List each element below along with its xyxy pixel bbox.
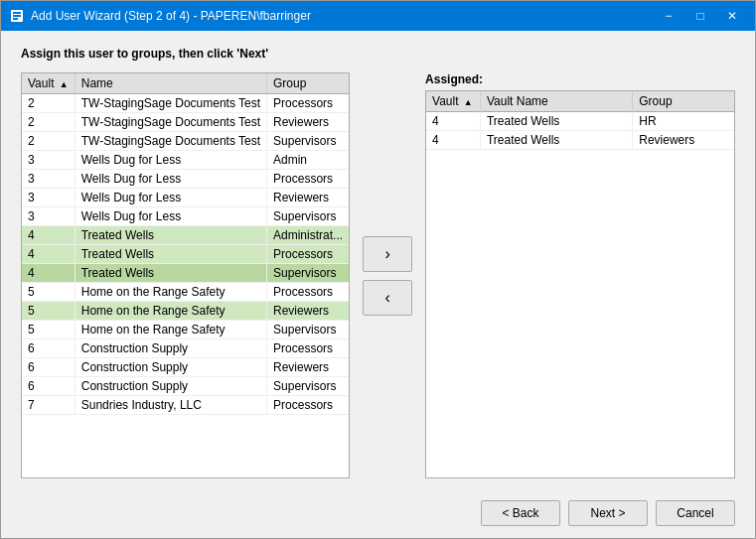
table-header-row: Vault ▲ Name Group	[22, 73, 349, 94]
available-groups-tbody: 2TW-StagingSage Documents TestProcessors…	[22, 94, 349, 415]
svg-rect-3	[13, 18, 18, 20]
minimize-button[interactable]: −	[654, 1, 683, 31]
assigned-col-header-name[interactable]: Vault Name	[480, 91, 632, 112]
table-row[interactable]: 4Treated WellsSupervisors	[22, 264, 349, 283]
vault-cell: 5	[22, 321, 75, 339]
table-row[interactable]: 4Treated WellsProcessors	[22, 245, 349, 264]
table-row[interactable]: 5Home on the Range SafetyReviewers	[22, 302, 349, 321]
assigned-label: Assigned:	[425, 72, 735, 86]
table-row[interactable]: 3Wells Dug for LessReviewers	[22, 189, 349, 207]
table-row[interactable]: 3Wells Dug for LessSupervisors	[22, 207, 349, 226]
assigned-group-cell: Reviewers	[633, 131, 734, 150]
table-row[interactable]: 3Wells Dug for LessAdmin	[22, 151, 349, 170]
table-row[interactable]: 5Home on the Range SafetyProcessors	[22, 283, 349, 302]
table-row[interactable]: 2TW-StagingSage Documents TestProcessors	[22, 94, 349, 113]
assigned-col-header-vault[interactable]: Vault ▲	[426, 91, 480, 112]
assigned-table-row[interactable]: 4Treated WellsHR	[426, 112, 734, 131]
name-cell: TW-StagingSage Documents Test	[75, 94, 266, 113]
window-title: Add User Wizard (Step 2 of 4) - PAPEREN\…	[31, 9, 654, 23]
table-row[interactable]: 7Sundries Industry, LLCProcessors	[22, 396, 349, 415]
name-cell: Wells Dug for Less	[75, 170, 266, 189]
assigned-col-header-group[interactable]: Group	[633, 91, 734, 112]
col-header-vault[interactable]: Vault ▲	[22, 73, 75, 94]
group-cell: Administrat...	[267, 226, 350, 245]
vault-cell: 4	[22, 264, 75, 283]
table-row[interactable]: 5Home on the Range SafetySupervisors	[22, 321, 349, 339]
col-header-group[interactable]: Group	[267, 73, 350, 94]
name-cell: Sundries Industry, LLC	[75, 396, 266, 415]
group-cell: Reviewers	[267, 358, 350, 377]
name-cell: Treated Wells	[75, 245, 266, 264]
group-cell: Processors	[267, 245, 350, 264]
group-cell: Supervisors	[267, 264, 350, 283]
window-controls: − □ ✕	[654, 1, 747, 31]
table-row[interactable]: 2TW-StagingSage Documents TestSupervisor…	[22, 132, 349, 151]
vault-cell: 2	[22, 113, 75, 132]
svg-rect-1	[13, 12, 21, 14]
panels-container: Vault ▲ Name Group 2TW-StagingSage Docum…	[21, 72, 735, 478]
assigned-groups-table: Vault ▲ Vault Name Group 4Treated WellsH…	[426, 91, 734, 150]
vault-cell: 4	[22, 226, 75, 245]
name-cell: Wells Dug for Less	[75, 151, 266, 170]
remove-button[interactable]: ‹	[363, 280, 412, 316]
group-cell: Processors	[267, 339, 350, 358]
assigned-sort-arrow: ▲	[464, 97, 473, 107]
table-row[interactable]: 3Wells Dug for LessProcessors	[22, 170, 349, 189]
vault-cell: 3	[22, 170, 75, 189]
assigned-group-cell: HR	[633, 112, 734, 131]
left-panel: Vault ▲ Name Group 2TW-StagingSage Docum…	[21, 72, 350, 478]
right-panel: Assigned: Vault ▲ Vault Name Group 4Trea…	[425, 72, 735, 478]
next-button[interactable]: Next >	[568, 500, 648, 526]
group-cell: Admin	[267, 151, 350, 170]
name-cell: Wells Dug for Less	[75, 207, 266, 226]
content-area: Assign this user to groups, then click '…	[1, 31, 755, 490]
name-cell: TW-StagingSage Documents Test	[75, 132, 266, 151]
title-bar: Add User Wizard (Step 2 of 4) - PAPEREN\…	[1, 1, 755, 31]
table-row[interactable]: 6Construction SupplyReviewers	[22, 358, 349, 377]
svg-rect-2	[13, 15, 21, 17]
name-cell: Treated Wells	[75, 264, 266, 283]
group-cell: Supervisors	[267, 321, 350, 339]
assigned-groups-table-container[interactable]: Vault ▲ Vault Name Group 4Treated WellsH…	[425, 90, 735, 478]
cancel-button[interactable]: Cancel	[656, 500, 735, 526]
middle-panel: › ‹	[358, 72, 417, 478]
assigned-name-cell: Treated Wells	[480, 112, 632, 131]
table-row[interactable]: 4Treated WellsAdministrat...	[22, 226, 349, 245]
group-cell: Processors	[267, 94, 350, 113]
close-button[interactable]: ✕	[717, 1, 747, 31]
name-cell: Construction Supply	[75, 358, 266, 377]
maximize-button[interactable]: □	[685, 1, 715, 31]
available-groups-table-container[interactable]: Vault ▲ Name Group 2TW-StagingSage Docum…	[21, 72, 350, 478]
assigned-table-header-row: Vault ▲ Vault Name Group	[426, 91, 734, 112]
sort-arrow-vault: ▲	[60, 79, 69, 89]
vault-cell: 2	[22, 132, 75, 151]
table-row[interactable]: 6Construction SupplySupervisors	[22, 377, 349, 396]
group-cell: Supervisors	[267, 132, 350, 151]
group-cell: Processors	[267, 170, 350, 189]
vault-cell: 5	[22, 283, 75, 302]
table-row[interactable]: 2TW-StagingSage Documents TestReviewers	[22, 113, 349, 132]
name-cell: Construction Supply	[75, 339, 266, 358]
vault-cell: 3	[22, 189, 75, 207]
add-button[interactable]: ›	[363, 236, 412, 272]
vault-cell: 3	[22, 151, 75, 170]
name-cell: Construction Supply	[75, 377, 266, 396]
assigned-name-cell: Treated Wells	[480, 131, 632, 150]
assigned-vault-cell: 4	[426, 131, 480, 150]
assigned-vault-cell: 4	[426, 112, 480, 131]
table-row[interactable]: 6Construction SupplyProcessors	[22, 339, 349, 358]
assigned-table-row[interactable]: 4Treated WellsReviewers	[426, 131, 734, 150]
vault-cell: 2	[22, 94, 75, 113]
group-cell: Processors	[267, 283, 350, 302]
vault-cell: 6	[22, 377, 75, 396]
window: Add User Wizard (Step 2 of 4) - PAPEREN\…	[0, 0, 756, 539]
name-cell: Home on the Range Safety	[75, 283, 266, 302]
back-button[interactable]: < Back	[481, 500, 560, 526]
group-cell: Reviewers	[267, 302, 350, 321]
name-cell: TW-StagingSage Documents Test	[75, 113, 266, 132]
col-header-name[interactable]: Name	[75, 73, 266, 94]
name-cell: Treated Wells	[75, 226, 266, 245]
assigned-groups-tbody: 4Treated WellsHR4Treated WellsReviewers	[426, 112, 734, 150]
vault-cell: 6	[22, 358, 75, 377]
name-cell: Home on the Range Safety	[75, 321, 266, 339]
